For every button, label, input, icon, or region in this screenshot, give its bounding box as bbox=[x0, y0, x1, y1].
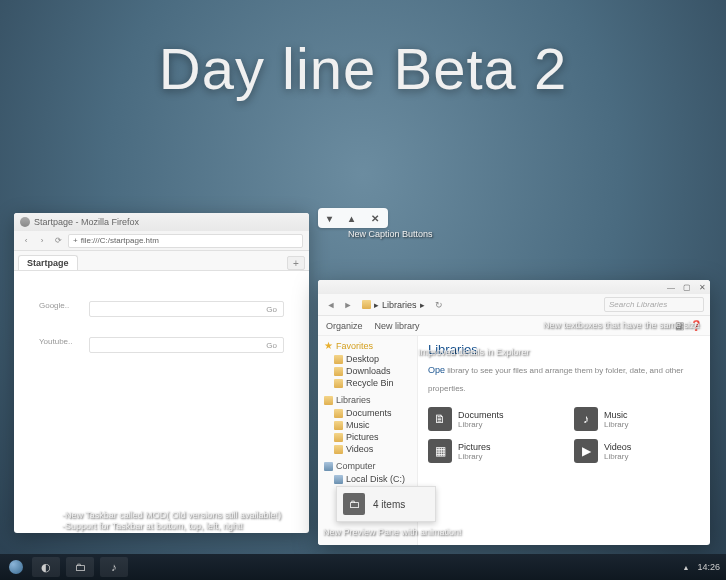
taskbar: ◐ 🗀 ♪ ▲ 14:26 bbox=[0, 554, 726, 580]
theme-title: Day line Beta 2 bbox=[0, 35, 726, 102]
star-icon: ★ bbox=[324, 340, 333, 351]
annotation-textboxes: New textboxes that have the same size bbox=[543, 320, 700, 330]
firefox-orb-icon bbox=[20, 217, 30, 227]
breadcrumb-libraries[interactable]: Libraries bbox=[382, 300, 417, 310]
pictures-icon: ▦ bbox=[428, 439, 452, 463]
youtube-search-input[interactable]: Go bbox=[89, 337, 284, 353]
url-bar[interactable]: +file:///C:/startpage.htm bbox=[68, 234, 303, 248]
breadcrumb[interactable]: ▸ Libraries ▸ bbox=[362, 300, 425, 310]
google-search-row: Google.. Go bbox=[39, 301, 284, 317]
youtube-search-row: Youtube.. Go bbox=[39, 337, 284, 353]
reload-button[interactable]: ⟳ bbox=[52, 235, 64, 247]
folder-icon bbox=[334, 433, 343, 442]
ex-minimize-button[interactable]: — bbox=[667, 283, 675, 292]
minimize-button[interactable]: ▾ bbox=[327, 213, 332, 224]
tray-expand-icon[interactable]: ▲ bbox=[683, 564, 690, 571]
annotation-preview: New Preview Pane with animation! bbox=[323, 527, 462, 537]
library-videos[interactable]: ▶ VideosLibrary bbox=[574, 439, 700, 463]
explorer-content: Libraries Ope library to see your files … bbox=[418, 336, 710, 545]
firefox-toolbar: ‹ › ⟳ +file:///C:/startpage.htm bbox=[14, 231, 309, 251]
library-music[interactable]: ♪ MusicLibrary bbox=[574, 407, 700, 431]
ex-forward-button[interactable]: ► bbox=[341, 298, 355, 312]
sidebar-item-music[interactable]: Music bbox=[324, 419, 411, 431]
taskbar-explorer-button[interactable]: 🗀 bbox=[66, 557, 94, 577]
back-button[interactable]: ‹ bbox=[20, 235, 32, 247]
disk-icon bbox=[334, 475, 343, 484]
videos-icon: ▶ bbox=[574, 439, 598, 463]
explorer-titlebar[interactable]: — ▢ ✕ bbox=[318, 280, 710, 294]
folder-icon bbox=[334, 421, 343, 430]
refresh-button[interactable]: ↻ bbox=[432, 298, 446, 312]
annotation-taskbar2: -Support for Taskbar at bottom, top, lef… bbox=[62, 521, 243, 531]
folder-icon bbox=[334, 367, 343, 376]
new-library-button[interactable]: New library bbox=[375, 321, 420, 331]
firefox-titlebar[interactable]: Startpage - Mozilla Firefox bbox=[14, 213, 309, 231]
close-button[interactable]: ✕ bbox=[371, 213, 379, 224]
system-tray: ▲ 14:26 bbox=[683, 562, 720, 572]
computer-icon bbox=[324, 462, 333, 471]
firefox-content: Google.. Go Youtube.. Go bbox=[14, 271, 309, 403]
libraries-icon bbox=[324, 396, 333, 405]
firefox-tabstrip: Startpage + bbox=[14, 251, 309, 271]
start-button[interactable] bbox=[6, 557, 26, 577]
sidebar-libraries[interactable]: Libraries bbox=[324, 395, 411, 405]
sidebar-item-recyclebin[interactable]: Recycle Bin bbox=[324, 377, 411, 389]
library-documents[interactable]: 🗎 DocumentsLibrary bbox=[428, 407, 554, 431]
folder-icon bbox=[334, 409, 343, 418]
sidebar-item-documents[interactable]: Documents bbox=[324, 407, 411, 419]
forward-button[interactable]: › bbox=[36, 235, 48, 247]
firefox-window: Startpage - Mozilla Firefox ‹ › ⟳ +file:… bbox=[14, 213, 309, 533]
sidebar-item-pictures[interactable]: Pictures bbox=[324, 431, 411, 443]
library-pictures[interactable]: ▦ PicturesLibrary bbox=[428, 439, 554, 463]
google-search-input[interactable]: Go bbox=[89, 301, 284, 317]
sidebar-computer[interactable]: Computer bbox=[324, 461, 411, 471]
taskbar-firefox-button[interactable]: ◐ bbox=[32, 557, 60, 577]
open-library-link[interactable]: Ope bbox=[428, 365, 445, 375]
caption-buttons-demo: ▾ ▴ ✕ bbox=[318, 208, 388, 228]
folder-icon bbox=[334, 445, 343, 454]
taskbar-music-button[interactable]: ♪ bbox=[100, 557, 128, 577]
folder-icon bbox=[334, 355, 343, 364]
ex-maximize-button[interactable]: ▢ bbox=[683, 283, 691, 292]
new-tab-button[interactable]: + bbox=[287, 256, 305, 270]
sidebar-item-localdisk[interactable]: Local Disk (C:) bbox=[324, 473, 411, 485]
annotation-details: Improved details in Explorer bbox=[418, 347, 530, 357]
explorer-search-input[interactable]: Search Libraries bbox=[604, 297, 704, 312]
explorer-navbar: ◄ ► ▸ Libraries ▸ ↻ Search Libraries bbox=[318, 294, 710, 316]
preview-item-count: 4 items bbox=[373, 499, 405, 510]
libraries-desc: library to see your files and arrange th… bbox=[428, 366, 683, 393]
preview-folder-icon: 🗀 bbox=[343, 493, 365, 515]
libraries-grid: 🗎 DocumentsLibrary ♪ MusicLibrary ▦ Pict… bbox=[428, 407, 700, 463]
sidebar-item-downloads[interactable]: Downloads bbox=[324, 365, 411, 377]
folder-icon bbox=[334, 379, 343, 388]
firefox-title: Startpage - Mozilla Firefox bbox=[34, 217, 139, 227]
maximize-button[interactable]: ▴ bbox=[349, 213, 354, 224]
sidebar-item-videos[interactable]: Videos bbox=[324, 443, 411, 455]
youtube-label: Youtube.. bbox=[39, 337, 89, 353]
ex-back-button[interactable]: ◄ bbox=[324, 298, 338, 312]
clock[interactable]: 14:26 bbox=[697, 562, 720, 572]
start-orb-icon bbox=[9, 560, 23, 574]
annotation-taskbar1: -New Taskbar called MOD( Old versions st… bbox=[62, 510, 281, 520]
annotation-caption: New Caption Buttons bbox=[348, 229, 433, 239]
music-icon: ♪ bbox=[574, 407, 598, 431]
documents-icon: 🗎 bbox=[428, 407, 452, 431]
tab-startpage[interactable]: Startpage bbox=[18, 255, 78, 270]
folder-icon bbox=[362, 300, 371, 309]
sidebar-favorites[interactable]: ★Favorites bbox=[324, 340, 411, 351]
preview-pane: 🗀 4 items bbox=[336, 486, 436, 522]
sidebar-item-desktop[interactable]: Desktop bbox=[324, 353, 411, 365]
organize-button[interactable]: Organize bbox=[326, 321, 363, 331]
ex-close-button[interactable]: ✕ bbox=[699, 283, 706, 292]
google-label: Google.. bbox=[39, 301, 89, 317]
